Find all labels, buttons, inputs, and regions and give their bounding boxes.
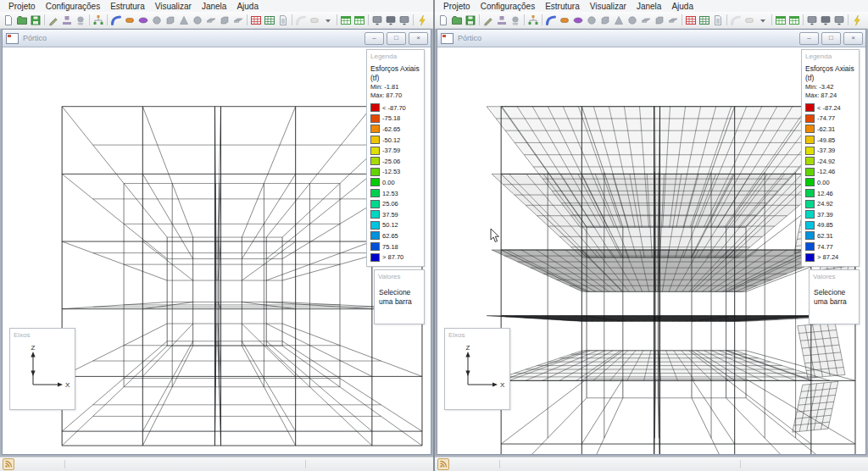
- edit-pencil-button[interactable]: [47, 14, 60, 27]
- solid-element-7-button[interactable]: [666, 14, 680, 27]
- sphere-icon: [586, 14, 598, 26]
- maximize-button[interactable]: □: [821, 32, 841, 45]
- edit-pencil-button[interactable]: [481, 14, 495, 27]
- stamp-tool-button[interactable]: [495, 14, 509, 27]
- menu-projeto[interactable]: Projeto: [3, 2, 41, 11]
- menu-ajuda[interactable]: Ajuda: [666, 2, 698, 11]
- view-mode-3-button[interactable]: [398, 14, 411, 27]
- mesh-grid-view-button[interactable]: [263, 14, 276, 27]
- slab-grid-view-button[interactable]: [684, 14, 698, 27]
- fill-tool-button[interactable]: [74, 14, 87, 27]
- cone-icon: [613, 14, 625, 26]
- solid-element-2-button[interactable]: [164, 14, 177, 27]
- tool-dropdown-button[interactable]: [756, 14, 770, 27]
- bar-element-button[interactable]: [123, 14, 136, 27]
- new-project-button[interactable]: [437, 14, 450, 27]
- menu-estrutura[interactable]: Estrutura: [105, 2, 150, 11]
- window-titlebar[interactable]: Pórtico – □ ×: [3, 30, 431, 47]
- doc-icon: [712, 14, 724, 26]
- solid-element-4-button[interactable]: [626, 14, 639, 27]
- cube-icon: [219, 14, 231, 26]
- toolbar-separator: [726, 14, 727, 25]
- folder-icon: [451, 14, 463, 26]
- legend-entries: < -87.70-75.18-62.65-50.12-37.59-25.06-1…: [367, 103, 424, 263]
- solid-element-6-button[interactable]: [218, 14, 231, 27]
- menu-janela[interactable]: Janela: [197, 2, 231, 11]
- view-mode-1-button[interactable]: [370, 14, 384, 27]
- solid-element-4-button[interactable]: [191, 14, 204, 27]
- menu-configuracoes[interactable]: Configurações: [476, 2, 540, 11]
- open-project-button[interactable]: [450, 14, 464, 27]
- menu-estrutura[interactable]: Estrutura: [540, 2, 585, 11]
- menu-visualizar[interactable]: Visualizar: [585, 2, 632, 11]
- beam-element-button[interactable]: [544, 14, 558, 27]
- save-project-button[interactable]: [464, 14, 477, 27]
- window-titlebar[interactable]: Pórtico – □ ×: [437, 30, 865, 47]
- process-run-button[interactable]: [850, 14, 864, 27]
- legend-panel-title: Legenda: [802, 50, 859, 60]
- legend-entry: -75.18: [367, 114, 424, 125]
- plate-element-button[interactable]: [571, 14, 585, 27]
- bar-element-button[interactable]: [558, 14, 571, 27]
- grid-table-1-button[interactable]: [774, 14, 787, 27]
- beam-element-button[interactable]: [109, 14, 123, 27]
- legend-entry: -74.77: [802, 114, 859, 125]
- open-project-button[interactable]: [15, 14, 29, 27]
- monitor-icon: [385, 14, 397, 26]
- menu-visualizar[interactable]: Visualizar: [150, 2, 197, 11]
- legend-entry: -62.31: [802, 124, 859, 135]
- menu-projeto[interactable]: Projeto: [438, 2, 476, 11]
- new-project-button[interactable]: [2, 14, 15, 27]
- view-mode-3-button[interactable]: [832, 14, 846, 27]
- solid-element-6-button[interactable]: [653, 14, 666, 27]
- solid-element-2-button[interactable]: [598, 14, 612, 27]
- solid-element-5-button[interactable]: [639, 14, 653, 27]
- view-mode-2-button[interactable]: [819, 14, 832, 27]
- structure-tree-button[interactable]: [526, 14, 540, 27]
- process-run-button[interactable]: [415, 14, 429, 27]
- legend-entries: < -87.24-74.77-62.31-49.85-37.39-24.92-1…: [802, 103, 859, 263]
- view-mode-1-button[interactable]: [805, 14, 819, 27]
- values-panel-title: Valores: [810, 270, 859, 280]
- solid-element-3-button[interactable]: [612, 14, 626, 27]
- feed-icon[interactable]: [3, 458, 14, 470]
- save-project-button[interactable]: [29, 14, 42, 27]
- view-mode-2-button[interactable]: [384, 14, 398, 27]
- solid-element-1-button[interactable]: [585, 14, 598, 27]
- lightning-icon: [416, 14, 428, 26]
- solid-element-3-button[interactable]: [177, 14, 191, 27]
- grid-table-2-button[interactable]: [353, 14, 366, 27]
- close-button[interactable]: ×: [409, 32, 428, 45]
- legend-entry-label: -74.77: [817, 114, 835, 122]
- screen: ProjetoConfiguraçõesEstruturaVisualizarJ…: [0, 0, 868, 471]
- close-button[interactable]: ×: [843, 32, 863, 45]
- solid-element-7-button[interactable]: [231, 14, 245, 27]
- sphere-icon: [192, 14, 203, 26]
- fill-tool-button[interactable]: [509, 14, 522, 27]
- plate-element-button[interactable]: [136, 14, 150, 27]
- stamp-tool-button[interactable]: [60, 14, 74, 27]
- legend-entry-label: 12.46: [817, 190, 833, 197]
- grid-table-1-button[interactable]: [339, 14, 353, 27]
- solid-element-1-button[interactable]: [150, 14, 164, 27]
- legend-entry-label: 50.12: [382, 221, 398, 229]
- mesh-grid-view-button[interactable]: [698, 14, 711, 27]
- report-view-button[interactable]: [711, 14, 725, 27]
- structure-tree-button[interactable]: [92, 14, 105, 27]
- report-view-button[interactable]: [276, 14, 290, 27]
- grid-table-2-button[interactable]: [787, 14, 801, 27]
- menu-janela[interactable]: Janela: [632, 2, 666, 11]
- toolbar-separator: [413, 14, 414, 25]
- tool-dropdown-button[interactable]: [321, 14, 335, 27]
- menu-ajuda[interactable]: Ajuda: [231, 2, 264, 11]
- capsule-icon: [559, 14, 570, 26]
- slab-grid-view-button[interactable]: [249, 14, 263, 27]
- legend-color-swatch: [370, 125, 380, 133]
- minimize-button[interactable]: –: [364, 32, 384, 45]
- minimize-button[interactable]: –: [799, 32, 819, 45]
- menu-configuracoes[interactable]: Configurações: [41, 2, 105, 11]
- maximize-button[interactable]: □: [387, 32, 406, 45]
- legend-entry-label: 62.65: [382, 232, 398, 240]
- solid-element-5-button[interactable]: [204, 14, 218, 27]
- feed-icon[interactable]: [437, 458, 449, 470]
